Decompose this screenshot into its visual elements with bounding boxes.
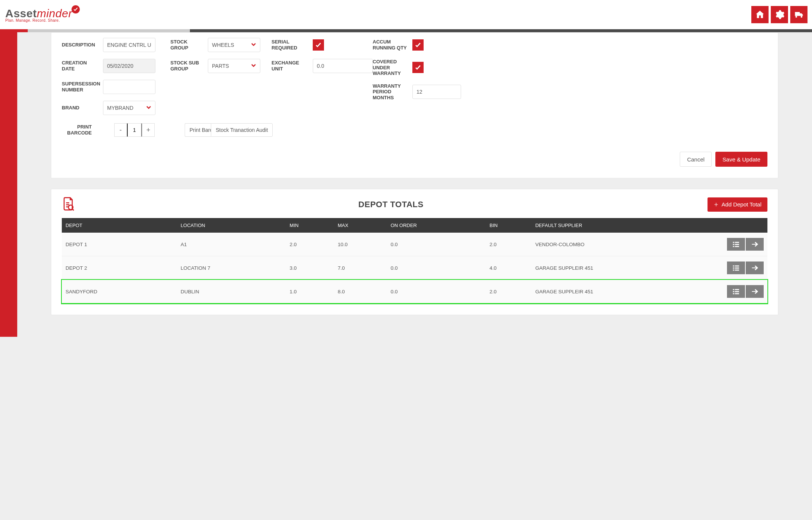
col-depot: DEPOT [62,218,177,233]
field-description: DESCRIPTION [62,38,170,52]
cell-min: 3.0 [286,256,334,280]
cell-bin: 2.0 [486,280,531,303]
col-min: MIN [286,218,334,233]
svg-rect-11 [733,270,734,271]
stock-form-panel: DESCRIPTION CREATION DATE SUPERSESSION N… [51,32,778,178]
table-row: DEPOT 1A12.010.00.02.0VENDOR-COLOMBO [62,233,767,256]
col-location: LOCATION [177,218,286,233]
svg-rect-12 [735,270,739,271]
col-on-order: ON ORDER [387,218,486,233]
col-actions [723,218,767,233]
add-depot-total-label: Add Depot Total [722,201,761,208]
print-barcode-button[interactable]: Print Barc [185,123,211,137]
checkbox-serial-required[interactable] [313,39,324,51]
col-default-supplier: DEFAULT SUPPLIER [531,218,723,233]
label-creation-date: CREATION DATE [62,60,99,72]
field-serial-required: SERIAL REQUIRED [272,38,373,52]
input-exchange-unit[interactable] [313,59,373,73]
arrow-right-icon [751,264,759,272]
cell-depot: DEPOT 1 [62,233,177,256]
table-row: SANDYFORDDUBLIN1.08.00.02.0GARAGE SUPPLE… [62,280,767,303]
input-description[interactable] [103,38,155,52]
stepper-minus[interactable]: - [114,123,127,137]
home-button[interactable] [751,6,769,23]
cell-actions [723,256,767,280]
svg-rect-13 [733,289,734,290]
row-open-button[interactable] [746,285,764,298]
settings-button[interactable] [771,6,788,23]
depot-totals-panel: DEPOT TOTALS Add Depot Total DEPOT LOCAT… [51,189,778,315]
home-icon [755,9,765,20]
input-supersession[interactable] [103,80,155,94]
cell-depot: SANDYFORD [62,280,177,303]
select-brand[interactable] [103,101,155,115]
field-brand: BRAND [62,101,170,115]
svg-rect-1 [733,242,734,243]
add-depot-total-button[interactable]: Add Depot Total [708,197,767,212]
label-covered-warranty: COVERED UNDER WARRANTY [373,59,409,76]
row-open-button[interactable] [746,261,764,274]
select-stock-sub-group-value[interactable] [208,59,260,73]
stepper-value[interactable] [127,123,142,137]
sidebar [0,32,17,337]
label-exchange-unit: EXCHANGE UNIT [272,60,309,72]
check-icon [414,41,422,49]
list-icon [732,264,740,272]
cancel-button[interactable]: Cancel [680,152,712,167]
stepper-plus[interactable]: + [142,123,155,137]
cell-location: LOCATION 7 [177,256,286,280]
label-accum-running: ACCUM RUNNING QTY [373,39,409,51]
select-stock-group-value[interactable] [208,38,260,52]
col-max: MAX [334,218,387,233]
field-stock-group: STOCK GROUP [170,38,272,52]
plus-icon [713,202,719,207]
col-bin: BIN [486,218,531,233]
checkbox-covered-warranty[interactable] [412,62,424,73]
checkbox-accum-running[interactable] [412,39,424,51]
cell-actions [723,233,767,256]
row-list-button[interactable] [727,261,745,274]
svg-rect-7 [733,266,734,267]
list-icon [732,240,740,248]
select-brand-value[interactable] [103,101,155,115]
input-warranty-period[interactable] [412,85,461,99]
label-supersession: SUPERSESSION NUMBER [62,81,99,93]
field-supersession: SUPERSESSION NUMBER [62,80,170,94]
svg-rect-14 [735,289,739,290]
arrow-right-icon [751,240,759,248]
cell-location: A1 [177,233,286,256]
barcode-qty-stepper[interactable]: - + [114,123,155,137]
cell-on_order: 0.0 [387,233,486,256]
select-stock-sub-group[interactable] [208,59,260,73]
label-stock-sub-group: STOCK SUB GROUP [170,60,204,72]
field-stock-sub-group: STOCK SUB GROUP [170,59,272,73]
save-update-button[interactable]: Save & Update [715,152,767,167]
row-open-button[interactable] [746,238,764,251]
label-stock-group: STOCK GROUP [170,39,204,51]
arrow-right-icon [751,287,759,296]
cell-min: 2.0 [286,233,334,256]
label-warranty-period: WARRANTY PERIOD MONTHS [373,83,409,101]
row-list-button[interactable] [727,285,745,298]
topbar: Assetminder Plan. Manage. Record. Share. [0,0,812,29]
svg-rect-15 [733,291,734,292]
cell-supplier: GARAGE SUPPLEIR 451 [531,256,723,280]
field-accum-running: ACCUM RUNNING QTY [373,38,470,52]
check-icon [315,41,322,49]
logo-part2: minder [37,7,72,20]
svg-rect-4 [735,244,739,245]
logo[interactable]: Assetminder Plan. Manage. Record. Share. [5,7,81,22]
svg-rect-8 [735,266,739,267]
svg-rect-17 [733,293,734,294]
field-creation-date: CREATION DATE [62,59,170,73]
svg-rect-2 [735,242,739,243]
cell-max: 7.0 [334,256,387,280]
select-stock-group[interactable] [208,38,260,52]
row-list-button[interactable] [727,238,745,251]
truck-button[interactable] [790,6,808,23]
cell-location: DUBLIN [177,280,286,303]
stock-transaction-audit-button[interactable]: Stock Tranaction Audit [211,123,273,137]
logo-part1: Asset [5,7,37,20]
cell-min: 1.0 [286,280,334,303]
svg-rect-5 [733,246,734,247]
